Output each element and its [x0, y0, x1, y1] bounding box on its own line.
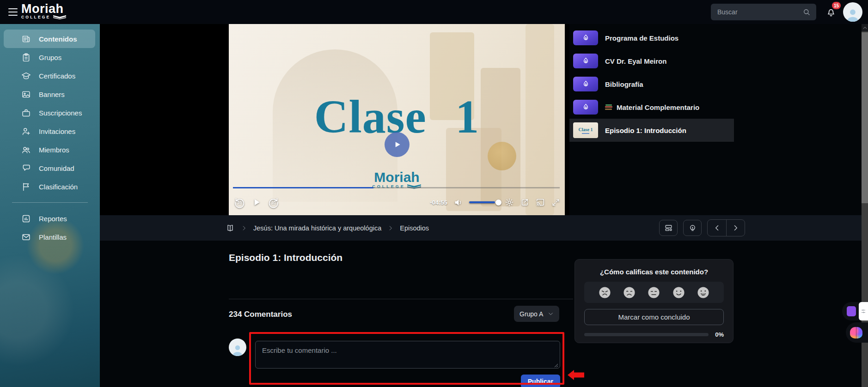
sidebar-item-label: Certificados — [39, 72, 75, 80]
group-filter-value: Grupo A — [520, 310, 543, 318]
volume-slider[interactable] — [469, 201, 499, 203]
flame-icon — [581, 80, 590, 89]
content-thumbnail — [573, 100, 598, 115]
sidebar-item-label: Comunidad — [39, 164, 74, 172]
sidebar-item-reportes[interactable]: Reportes — [0, 209, 100, 228]
content-thumbnail — [573, 54, 598, 68]
sidebar-item-grupos[interactable]: Grupos — [0, 48, 100, 67]
settings-gear-button[interactable] — [505, 198, 514, 207]
commenter-avatar — [229, 339, 246, 356]
books-stack-icon — [605, 104, 612, 110]
flame-icon — [581, 103, 590, 112]
volume-knob[interactable] — [495, 200, 501, 206]
pager-buttons — [707, 219, 745, 236]
grin-face-icon[interactable] — [697, 286, 709, 299]
open-external-button[interactable] — [520, 198, 529, 207]
brand-swoosh-icon — [53, 15, 67, 19]
notification-count-badge: 15 — [832, 2, 841, 9]
scrollbar-up-button[interactable] — [862, 24, 868, 31]
image-icon — [21, 90, 31, 99]
sidebar-item-miembros[interactable]: Miembros — [0, 140, 100, 159]
svg-text:10: 10 — [271, 200, 276, 205]
sidebar-item-banners[interactable]: Banners — [0, 85, 100, 103]
content-item-bibliografia[interactable]: Bibliografía — [569, 73, 862, 96]
smile-face-icon[interactable] — [672, 286, 685, 299]
next-button[interactable] — [726, 220, 745, 236]
rewind-10-button[interactable]: 10 — [233, 196, 246, 209]
tips-button[interactable] — [683, 220, 702, 236]
seek-bar[interactable] — [233, 187, 560, 188]
sad-face-icon[interactable] — [623, 286, 636, 299]
neutral-face-icon[interactable] — [648, 286, 660, 299]
sidebar-item-label: Grupos — [39, 54, 61, 61]
sidebar-item-invitaciones[interactable]: Invitaciones — [0, 122, 100, 140]
sidebar-item-comunidad[interactable]: Comunidad — [0, 159, 100, 177]
floating-widget-pinned[interactable] — [842, 302, 868, 320]
sidebar-item-clasificacion[interactable]: Clasificación — [0, 177, 100, 196]
floating-widget-assistant[interactable] — [846, 322, 868, 343]
content-item-programa[interactable]: Programa de Estudios — [569, 26, 862, 49]
search-icon[interactable] — [802, 8, 811, 16]
flame-icon — [581, 34, 590, 42]
group-filter-dropdown[interactable]: Grupo A — [514, 306, 559, 322]
volume-icon[interactable] — [453, 198, 463, 207]
flame-icon — [581, 57, 590, 66]
content-item-label: Episodio 1: Introducción — [605, 127, 686, 134]
previous-button[interactable] — [708, 220, 726, 236]
bar-chart-icon — [21, 214, 31, 224]
chevron-left-icon — [713, 224, 721, 232]
play-overlay-button[interactable] — [385, 132, 410, 157]
purple-plugin-icon — [847, 306, 856, 316]
breadcrumb-course[interactable]: Jesús: Una mirada histórica y arqueológi… — [253, 224, 381, 232]
chevron-right-icon — [241, 225, 247, 231]
section-divider — [229, 299, 573, 299]
content-item-cv[interactable]: CV Dr. Eyal Meiron — [569, 49, 862, 73]
comments-heading: 234 Comentarios — [229, 310, 292, 319]
users-icon — [21, 145, 31, 155]
breadcrumb-section[interactable]: Episodios — [400, 224, 429, 232]
content-thumbnail-clase-1: Clase 1 — [573, 122, 598, 138]
user-avatar[interactable] — [843, 2, 862, 22]
angry-face-icon[interactable] — [599, 286, 611, 299]
sidebar-item-suscripciones[interactable]: Suscripciones — [0, 103, 100, 122]
volume-fill — [469, 201, 495, 203]
chromecast-button[interactable] — [535, 197, 545, 207]
seek-bar-fill — [233, 187, 373, 188]
sidebar-item-label: Contenidos — [39, 35, 77, 43]
publish-button[interactable]: Publicar — [521, 375, 560, 387]
video-poster[interactable]: Clase 1 Moriah COLLEGE 10 10 — [229, 24, 565, 215]
course-contents-panel: Programa de Estudios CV Dr. Eyal Meiron … — [569, 26, 862, 142]
briefcase-icon — [21, 108, 31, 118]
sidebar-item-plantillas[interactable]: Plantillas — [0, 228, 100, 246]
search-input[interactable] — [717, 8, 802, 16]
contents-icon — [21, 34, 31, 44]
brand-name: Moriah — [21, 3, 67, 15]
branch-icon — [861, 308, 866, 314]
scrollbar-thumb[interactable] — [862, 32, 868, 203]
sidebar-item-label: Reportes — [39, 215, 67, 223]
content-thumbnail — [573, 30, 598, 45]
sidebar-item-contenidos[interactable]: Contenidos — [4, 30, 95, 48]
sidebar-item-label: Clasificación — [39, 183, 78, 191]
mark-complete-button[interactable]: Marcar como concluido — [584, 309, 724, 325]
play-button[interactable] — [252, 198, 261, 207]
hamburger-menu-icon[interactable] — [8, 8, 18, 16]
progress-percent: 0% — [715, 331, 724, 338]
fullscreen-button[interactable] — [551, 198, 560, 207]
content-item-episodio-1[interactable]: Clase 1 Episodio 1: Introducción — [569, 119, 734, 142]
sidebar-item-certificados[interactable]: Certificados — [0, 67, 100, 85]
chevron-down-icon — [548, 311, 554, 317]
breadcrumb-bar: Jesús: Una mirada histórica y arqueológi… — [100, 215, 862, 241]
content-item-material[interactable]: Material Complementario — [569, 96, 862, 119]
content-item-label: Bibliografía — [605, 80, 643, 88]
book-icon[interactable] — [226, 224, 235, 233]
play-icon — [392, 140, 402, 149]
layout-icon — [664, 224, 673, 232]
layout-view-button[interactable] — [659, 220, 678, 236]
forward-10-button[interactable]: 10 — [267, 196, 280, 209]
sidebar: Contenidos Grupos Certificados Banners S… — [0, 24, 100, 387]
poster-brand-logo: Moriah COLLEGE — [229, 171, 565, 189]
comment-input[interactable] — [255, 341, 560, 369]
svg-text:10: 10 — [238, 200, 242, 205]
envelope-icon — [21, 232, 31, 242]
